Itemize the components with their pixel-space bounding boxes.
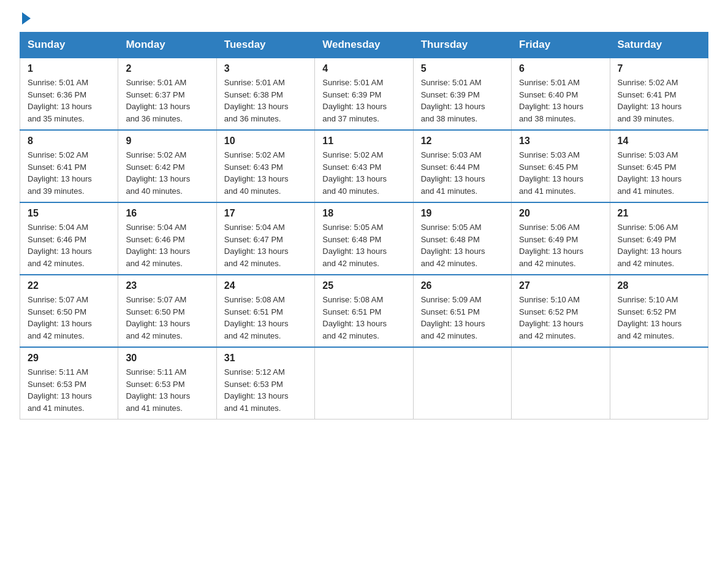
week-row-4: 22 Sunrise: 5:07 AM Sunset: 6:50 PM Dayl…: [20, 275, 708, 347]
calendar-cell: 20 Sunrise: 5:06 AM Sunset: 6:49 PM Dayl…: [512, 202, 610, 275]
weekday-header-monday: Monday: [118, 33, 216, 58]
calendar-cell: 3 Sunrise: 5:01 AM Sunset: 6:38 PM Dayli…: [216, 58, 314, 130]
day-info: Sunrise: 5:06 AM Sunset: 6:49 PM Dayligh…: [618, 221, 700, 269]
day-info: Sunrise: 5:10 AM Sunset: 6:52 PM Dayligh…: [618, 294, 700, 342]
calendar-cell: 25 Sunrise: 5:08 AM Sunset: 6:51 PM Dayl…: [315, 275, 413, 347]
calendar-cell: 6 Sunrise: 5:01 AM Sunset: 6:40 PM Dayli…: [512, 58, 610, 130]
day-info: Sunrise: 5:12 AM Sunset: 6:53 PM Dayligh…: [224, 366, 307, 414]
calendar-cell: 14 Sunrise: 5:03 AM Sunset: 6:45 PM Dayl…: [610, 130, 708, 202]
day-number: 12: [421, 136, 504, 147]
day-number: 3: [224, 63, 307, 74]
calendar-cell: 8 Sunrise: 5:02 AM Sunset: 6:41 PM Dayli…: [20, 130, 118, 202]
day-number: 14: [618, 136, 700, 147]
day-info: Sunrise: 5:01 AM Sunset: 6:39 PM Dayligh…: [322, 77, 405, 124]
day-info: Sunrise: 5:02 AM Sunset: 6:43 PM Dayligh…: [224, 149, 307, 197]
day-info: Sunrise: 5:01 AM Sunset: 6:38 PM Dayligh…: [224, 77, 307, 124]
calendar-cell: 22 Sunrise: 5:07 AM Sunset: 6:50 PM Dayl…: [20, 275, 118, 347]
calendar-cell: 26 Sunrise: 5:09 AM Sunset: 6:51 PM Dayl…: [413, 275, 511, 347]
day-number: 19: [421, 208, 504, 219]
calendar-table: SundayMondayTuesdayWednesdayThursdayFrid…: [20, 32, 708, 419]
day-number: 7: [618, 63, 700, 74]
day-info: Sunrise: 5:04 AM Sunset: 6:47 PM Dayligh…: [224, 221, 307, 269]
day-number: 16: [126, 208, 208, 219]
calendar-cell: 4 Sunrise: 5:01 AM Sunset: 6:39 PM Dayli…: [315, 58, 413, 130]
day-number: 27: [519, 280, 602, 291]
day-info: Sunrise: 5:01 AM Sunset: 6:40 PM Dayligh…: [519, 77, 602, 124]
day-number: 30: [126, 353, 208, 364]
day-info: Sunrise: 5:02 AM Sunset: 6:41 PM Dayligh…: [28, 149, 110, 197]
day-number: 25: [322, 280, 405, 291]
calendar-cell: [413, 347, 511, 419]
weekday-header-sunday: Sunday: [20, 33, 118, 58]
calendar-cell: [610, 347, 708, 419]
week-row-5: 29 Sunrise: 5:11 AM Sunset: 6:53 PM Dayl…: [20, 347, 708, 419]
calendar-cell: 10 Sunrise: 5:02 AM Sunset: 6:43 PM Dayl…: [216, 130, 314, 202]
calendar-cell: 17 Sunrise: 5:04 AM Sunset: 6:47 PM Dayl…: [216, 202, 314, 275]
day-info: Sunrise: 5:07 AM Sunset: 6:50 PM Dayligh…: [126, 294, 208, 342]
calendar-cell: 13 Sunrise: 5:03 AM Sunset: 6:45 PM Dayl…: [512, 130, 610, 202]
day-info: Sunrise: 5:02 AM Sunset: 6:43 PM Dayligh…: [322, 149, 405, 197]
weekday-header-tuesday: Tuesday: [216, 33, 314, 58]
day-info: Sunrise: 5:02 AM Sunset: 6:41 PM Dayligh…: [618, 77, 700, 124]
weekday-header-friday: Friday: [512, 33, 610, 58]
day-number: 5: [421, 63, 504, 74]
calendar-cell: 9 Sunrise: 5:02 AM Sunset: 6:42 PM Dayli…: [118, 130, 216, 202]
calendar-cell: 18 Sunrise: 5:05 AM Sunset: 6:48 PM Dayl…: [315, 202, 413, 275]
day-info: Sunrise: 5:05 AM Sunset: 6:48 PM Dayligh…: [421, 221, 504, 269]
day-info: Sunrise: 5:06 AM Sunset: 6:49 PM Dayligh…: [519, 221, 602, 269]
day-info: Sunrise: 5:09 AM Sunset: 6:51 PM Dayligh…: [421, 294, 504, 342]
day-number: 13: [519, 136, 602, 147]
day-number: 18: [322, 208, 405, 219]
calendar-cell: 28 Sunrise: 5:10 AM Sunset: 6:52 PM Dayl…: [610, 275, 708, 347]
logo: [20, 15, 31, 25]
day-info: Sunrise: 5:03 AM Sunset: 6:45 PM Dayligh…: [618, 149, 700, 197]
day-number: 1: [28, 63, 110, 74]
day-number: 4: [322, 63, 405, 74]
day-number: 8: [28, 136, 110, 147]
day-number: 26: [421, 280, 504, 291]
day-number: 9: [126, 136, 208, 147]
calendar-cell: 24 Sunrise: 5:08 AM Sunset: 6:51 PM Dayl…: [216, 275, 314, 347]
week-row-3: 15 Sunrise: 5:04 AM Sunset: 6:46 PM Dayl…: [20, 202, 708, 275]
calendar-cell: 7 Sunrise: 5:02 AM Sunset: 6:41 PM Dayli…: [610, 58, 708, 130]
weekday-header-thursday: Thursday: [413, 33, 511, 58]
day-info: Sunrise: 5:08 AM Sunset: 6:51 PM Dayligh…: [322, 294, 405, 342]
calendar-cell: 23 Sunrise: 5:07 AM Sunset: 6:50 PM Dayl…: [118, 275, 216, 347]
day-number: 31: [224, 353, 307, 364]
day-number: 22: [28, 280, 110, 291]
calendar-cell: 1 Sunrise: 5:01 AM Sunset: 6:36 PM Dayli…: [20, 58, 118, 130]
day-info: Sunrise: 5:05 AM Sunset: 6:48 PM Dayligh…: [322, 221, 405, 269]
day-number: 11: [322, 136, 405, 147]
calendar-cell: 30 Sunrise: 5:11 AM Sunset: 6:53 PM Dayl…: [118, 347, 216, 419]
day-info: Sunrise: 5:01 AM Sunset: 6:37 PM Dayligh…: [126, 77, 208, 124]
day-info: Sunrise: 5:10 AM Sunset: 6:52 PM Dayligh…: [519, 294, 602, 342]
day-number: 6: [519, 63, 602, 74]
day-number: 21: [618, 208, 700, 219]
weekday-header-saturday: Saturday: [610, 33, 708, 58]
calendar-cell: 2 Sunrise: 5:01 AM Sunset: 6:37 PM Dayli…: [118, 58, 216, 130]
logo-arrow-icon: [22, 12, 31, 25]
day-info: Sunrise: 5:08 AM Sunset: 6:51 PM Dayligh…: [224, 294, 307, 342]
day-number: 10: [224, 136, 307, 147]
weekday-header-row: SundayMondayTuesdayWednesdayThursdayFrid…: [20, 33, 708, 58]
weekday-header-wednesday: Wednesday: [315, 33, 413, 58]
day-number: 24: [224, 280, 307, 291]
day-info: Sunrise: 5:01 AM Sunset: 6:39 PM Dayligh…: [421, 77, 504, 124]
day-info: Sunrise: 5:07 AM Sunset: 6:50 PM Dayligh…: [28, 294, 110, 342]
day-info: Sunrise: 5:02 AM Sunset: 6:42 PM Dayligh…: [126, 149, 208, 197]
day-number: 17: [224, 208, 307, 219]
day-number: 20: [519, 208, 602, 219]
day-number: 28: [618, 280, 700, 291]
calendar-cell: [315, 347, 413, 419]
calendar-cell: 11 Sunrise: 5:02 AM Sunset: 6:43 PM Dayl…: [315, 130, 413, 202]
page-header: [20, 15, 708, 25]
day-info: Sunrise: 5:04 AM Sunset: 6:46 PM Dayligh…: [28, 221, 110, 269]
week-row-2: 8 Sunrise: 5:02 AM Sunset: 6:41 PM Dayli…: [20, 130, 708, 202]
calendar-cell: 5 Sunrise: 5:01 AM Sunset: 6:39 PM Dayli…: [413, 58, 511, 130]
calendar-cell: 21 Sunrise: 5:06 AM Sunset: 6:49 PM Dayl…: [610, 202, 708, 275]
day-info: Sunrise: 5:04 AM Sunset: 6:46 PM Dayligh…: [126, 221, 208, 269]
week-row-1: 1 Sunrise: 5:01 AM Sunset: 6:36 PM Dayli…: [20, 58, 708, 130]
calendar-cell: [512, 347, 610, 419]
day-info: Sunrise: 5:03 AM Sunset: 6:44 PM Dayligh…: [421, 149, 504, 197]
day-number: 15: [28, 208, 110, 219]
